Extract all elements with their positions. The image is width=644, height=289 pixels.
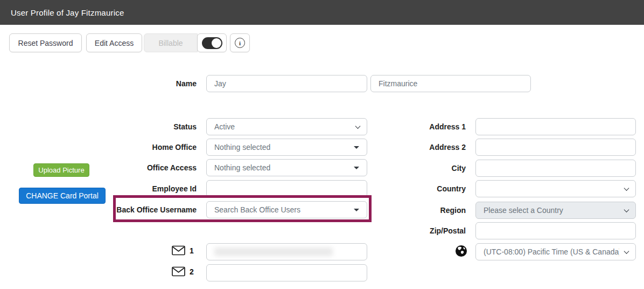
- city-input[interactable]: [475, 160, 636, 177]
- email-1-input[interactable]: [206, 243, 367, 260]
- edit-access-button[interactable]: Edit Access: [86, 33, 142, 52]
- reset-password-label: Reset Password: [18, 39, 73, 47]
- last-name-input[interactable]: Fitzmaurice: [370, 75, 531, 92]
- address1-input[interactable]: [475, 118, 636, 135]
- employee-id-input[interactable]: [206, 180, 367, 197]
- globe-icon: [455, 245, 467, 257]
- user-profile-page: User Profile of Jay Fitzmaurice Reset Pa…: [0, 0, 644, 289]
- country-select[interactable]: [475, 180, 636, 197]
- change-card-portal-label: CHANGE Card Portal: [26, 191, 99, 200]
- envelope-icon: [172, 266, 185, 277]
- last-name-value: Fitzmaurice: [379, 79, 417, 88]
- billable-toggle[interactable]: [197, 33, 227, 52]
- email-2-number: 2: [190, 265, 200, 278]
- office-access-select[interactable]: Nothing selected: [206, 159, 367, 176]
- reset-password-button[interactable]: Reset Password: [9, 33, 82, 52]
- zip-postal-input[interactable]: [475, 222, 636, 239]
- chevron-down-icon: [624, 185, 629, 191]
- home-office-value: Nothing selected: [214, 143, 270, 152]
- upload-picture-button[interactable]: Upload Picture: [33, 163, 89, 177]
- office-access-value: Nothing selected: [214, 163, 270, 172]
- city-label: City: [358, 160, 466, 177]
- redacted-email-blur: [214, 247, 333, 256]
- address1-label: Address 1: [358, 118, 466, 135]
- back-office-username-value: Search Back Office Users: [214, 205, 300, 214]
- status-select[interactable]: Active: [206, 118, 367, 135]
- region-value: Please select a Country: [484, 206, 563, 215]
- home-office-select[interactable]: Nothing selected: [206, 139, 367, 156]
- region-select: Please select a Country: [475, 202, 636, 219]
- upload-picture-label: Upload Picture: [38, 166, 84, 174]
- toggle-on-icon: [202, 37, 222, 49]
- back-office-username-label: Back Office Username: [89, 201, 197, 218]
- first-name-value: Jay: [214, 79, 226, 88]
- region-label: Region: [358, 202, 466, 219]
- status-value: Active: [214, 122, 235, 131]
- timezone-select[interactable]: (UTC-08:00) Pacific Time (US & Canada): [475, 243, 636, 260]
- email-2-input[interactable]: [206, 264, 367, 281]
- info-button[interactable]: i: [230, 33, 250, 52]
- name-label: Name: [89, 75, 197, 92]
- billable-button: Billable: [144, 33, 198, 52]
- chevron-down-icon: [624, 249, 629, 254]
- billable-label: Billable: [158, 39, 183, 47]
- home-office-label: Home Office: [89, 139, 197, 156]
- email-1-number: 1: [190, 244, 200, 257]
- info-icon: i: [235, 38, 245, 48]
- back-office-username-select[interactable]: Search Back Office Users: [206, 201, 367, 218]
- country-label: Country: [358, 180, 466, 197]
- first-name-input[interactable]: Jay: [206, 75, 367, 92]
- status-label: Status: [89, 118, 197, 135]
- address2-input[interactable]: [475, 139, 636, 156]
- edit-access-label: Edit Access: [95, 39, 134, 47]
- zip-postal-label: Zip/Postal: [358, 222, 466, 239]
- timezone-value: (UTC-08:00) Pacific Time (US & Canada): [484, 247, 619, 256]
- address2-label: Address 2: [358, 139, 466, 156]
- office-access-label: Office Access: [89, 159, 197, 176]
- chevron-down-icon: [624, 207, 629, 212]
- app-header: User Profile of Jay Fitzmaurice: [0, 0, 644, 25]
- page-title: User Profile of Jay Fitzmaurice: [11, 8, 124, 17]
- envelope-icon: [172, 245, 185, 256]
- employee-id-label: Employee Id: [89, 180, 197, 197]
